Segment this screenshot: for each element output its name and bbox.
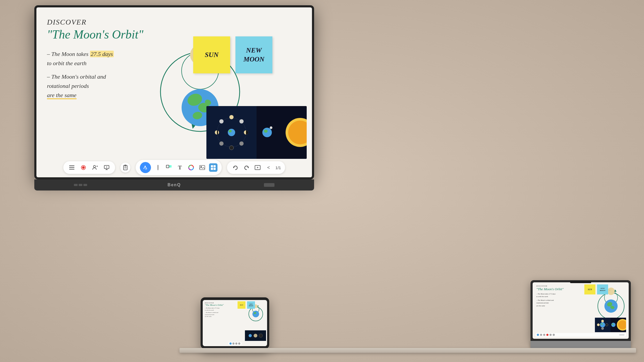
- svg-rect-62: [214, 165, 216, 167]
- marker-button[interactable]: [154, 163, 162, 172]
- laptop-tb-3: [543, 334, 545, 336]
- laptop-tb-4: [546, 334, 548, 336]
- toolbar-left-group: [63, 161, 115, 174]
- svg-point-94: [601, 320, 604, 322]
- phases-svg: [206, 106, 307, 159]
- sticky-moon-label: NewMoon: [243, 46, 264, 64]
- svg-point-16: [228, 129, 235, 136]
- tablet-sticky-moon: NewMoon: [247, 301, 255, 309]
- svg-point-95: [601, 327, 604, 330]
- toolbar-area: T: [36, 160, 312, 175]
- discover-label: Discover: [47, 18, 143, 26]
- laptop-tb-6: [553, 334, 555, 336]
- fit-screen-button[interactable]: [253, 163, 262, 172]
- tablet-sticky-sun: Sun: [238, 301, 245, 309]
- sticky-moon: NewMoon: [235, 36, 272, 73]
- toolbar-center-group: T: [136, 160, 222, 175]
- laptop-toolbar: [535, 333, 626, 337]
- svg-marker-87: [614, 289, 617, 292]
- board-screen: Discover "The Moon's Orbit" – The Moon t…: [36, 7, 312, 177]
- tablet-tb-2: [233, 342, 235, 345]
- svg-rect-38: [69, 169, 74, 170]
- svg-point-86: [609, 289, 610, 291]
- svg-point-29: [219, 119, 224, 123]
- svg-point-40: [82, 166, 85, 169]
- svg-rect-37: [69, 167, 74, 168]
- menu-button[interactable]: [68, 163, 76, 172]
- svg-rect-63: [211, 168, 213, 170]
- power-button[interactable]: [264, 183, 274, 187]
- svg-point-93: [605, 323, 608, 326]
- svg-point-34: [264, 130, 268, 133]
- redo-button[interactable]: [242, 163, 251, 172]
- laptop-sticky-sun: Sun: [584, 284, 595, 294]
- prev-page-button[interactable]: <: [264, 163, 273, 172]
- tablet-moon-phases: [245, 330, 266, 341]
- board-stand: BenQ: [34, 179, 314, 190]
- toolbar-right-group: < 1/1: [227, 161, 285, 174]
- board-content: Discover "The Moon's Orbit" – The Moon t…: [36, 7, 312, 177]
- laptop-notch: [570, 281, 591, 283]
- tablet-toolbar: [228, 342, 242, 345]
- page-counter: 1/1: [276, 165, 281, 170]
- record-button[interactable]: [79, 163, 88, 172]
- laptop-sticky-moon: NewMoon: [597, 284, 608, 294]
- laptop-tb-2: [540, 334, 542, 336]
- clipboard-button[interactable]: [120, 163, 130, 173]
- board-title: "The Moon's Orbit": [47, 28, 143, 41]
- tablet-sun-label: Sun: [238, 301, 245, 309]
- moon-phases-image: [206, 106, 307, 159]
- shelf: [179, 348, 636, 353]
- board-frame: Discover "The Moon's Orbit" – The Moon t…: [34, 5, 314, 179]
- svg-point-79: [259, 334, 263, 337]
- image-button[interactable]: [198, 163, 206, 172]
- add-user-button[interactable]: [91, 163, 99, 172]
- svg-point-78: [254, 334, 257, 337]
- tablet-moon-label: NewMoon: [247, 301, 255, 309]
- svg-point-77: [249, 334, 252, 337]
- svg-rect-57: [169, 165, 172, 168]
- svg-point-90: [600, 322, 605, 327]
- svg-point-35: [270, 126, 272, 129]
- port-3: [83, 184, 87, 186]
- svg-rect-27: [217, 130, 218, 135]
- svg-marker-75: [257, 305, 259, 306]
- svg-point-23: [239, 141, 244, 146]
- sticky-sun: Sun: [193, 36, 230, 73]
- text-button[interactable]: T: [176, 163, 184, 172]
- svg-point-33: [262, 128, 272, 137]
- laptop-tb-right: [619, 334, 624, 336]
- toolbar-grid-button[interactable]: [209, 163, 217, 172]
- laptop-tb-5: [550, 334, 552, 336]
- tablet-tb-1: [230, 342, 232, 345]
- color-picker-button[interactable]: [187, 163, 195, 172]
- present-button[interactable]: [102, 163, 111, 172]
- tablet-tb-3: [235, 342, 238, 345]
- bullet2: – The Moon's orbital androtational perio…: [47, 72, 143, 100]
- svg-point-41: [93, 165, 96, 168]
- laptop-base: [531, 341, 631, 349]
- text-section: Discover "The Moon's Orbit" – The Moon t…: [47, 18, 143, 104]
- main-board: Discover "The Moon's Orbit" – The Moon t…: [34, 5, 314, 190]
- tablet-device: Discover "The Moon's Orbit" – The Moon t…: [201, 297, 269, 349]
- svg-point-85: [607, 288, 615, 295]
- sticky-sun-label: Sun: [205, 50, 219, 59]
- undo-button[interactable]: [231, 163, 240, 172]
- laptop-moon-label: NewMoon: [597, 284, 608, 294]
- port-1: [74, 184, 78, 186]
- svg-point-25: [219, 141, 224, 146]
- svg-rect-36: [69, 165, 74, 166]
- laptop-screen-part: Discover "The Moon's Orbit" – The Moon t…: [531, 280, 631, 341]
- pen-active-button[interactable]: [140, 162, 151, 173]
- svg-point-99: [611, 323, 615, 327]
- highlight-days: 27.5 days: [90, 51, 114, 57]
- svg-point-18: [229, 115, 234, 119]
- bullet1: – The Moon takes 27.5 daysto orbit the e…: [47, 49, 143, 68]
- laptop-moon-phases: [595, 318, 626, 332]
- tablet-tb-4: [238, 342, 240, 345]
- shapes-button[interactable]: [165, 163, 173, 172]
- svg-rect-56: [166, 165, 169, 168]
- underline-text: are the same: [47, 92, 77, 99]
- svg-point-72: [252, 311, 259, 317]
- tablet-screen: Discover "The Moon's Orbit" – The Moon t…: [203, 300, 267, 346]
